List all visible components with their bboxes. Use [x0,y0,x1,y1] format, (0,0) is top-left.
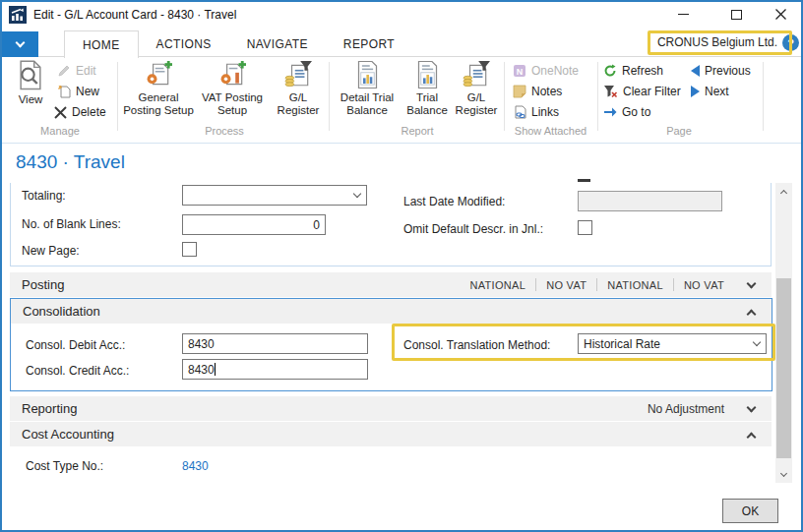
view-icon [16,60,45,91]
previous-button-label: Previous [705,64,751,78]
application-menu-button[interactable] [2,31,38,57]
onenote-button-label: OneNote [531,64,579,78]
detail-trial-balance-button[interactable]: Detail Trial Balance [333,60,402,117]
previous-icon [691,65,700,77]
ribbon-group-divider [763,62,764,131]
new-button[interactable]: New [57,82,99,101]
blank-lines-label: No. of Blank Lines: [22,217,121,231]
fasttab-consolidation-header[interactable]: Consolidation [11,299,772,324]
vertical-scrollbar[interactable] [775,183,792,483]
close-button[interactable] [766,3,795,26]
posting-summary-item: NO VAT [546,279,587,291]
button-label: Posting Setup [123,104,194,117]
trial-balance-icon [414,60,441,89]
new-page-checkbox[interactable] [182,242,197,257]
chevron-down-icon [348,194,366,197]
maximize-button[interactable] [721,3,751,26]
company-name: CRONUS Belgium Ltd. [657,35,777,49]
button-label: Setup [217,104,247,117]
clear-filter-icon [603,85,618,98]
goto-button-label: Go to [622,105,650,119]
consol-translation-method-label: Consol. Translation Method: [403,338,550,352]
last-date-modified-input [578,191,722,211]
omit-default-descr-label: Omit Default Descr. in Jnl.: [403,222,543,236]
help-button[interactable]: ? [782,34,799,51]
app-window-icon [9,6,27,24]
consol-debit-acc-label: Consol. Debit Acc.: [26,338,125,352]
minimize-icon [678,14,689,16]
group-frame [771,183,772,266]
chevron-up-icon [740,429,762,441]
consol-translation-method-combobox[interactable]: Historical Rate [578,333,767,354]
tab-actions[interactable]: ACTIONS [139,30,229,57]
general-posting-setup-button[interactable]: General Posting Setup [122,60,195,117]
next-button-label: Next [705,85,729,98]
fasttab-reporting-header[interactable]: Reporting No Adjustment [10,396,772,421]
view-button-label: View [19,93,43,106]
delete-icon [54,106,67,119]
reporting-title: Reporting [22,401,648,416]
minimize-button[interactable] [668,3,698,26]
posting-title: Posting [22,277,470,292]
totaling-combobox[interactable] [182,185,367,206]
trial-balance-button[interactable]: Trial Balance [403,60,451,117]
blank-lines-value: 0 [313,218,320,232]
button-label: Trial [416,91,438,104]
clear-filter-button[interactable]: Clear Filter [603,82,681,101]
previous-button[interactable]: Previous [691,61,751,81]
refresh-button[interactable]: Refresh [603,61,663,81]
consol-translation-method-value: Historical Rate [579,337,748,351]
omit-default-descr-checkbox[interactable] [578,220,592,235]
links-button[interactable]: Links [513,102,559,122]
onenote-icon: N [513,64,526,78]
process-group-label: Process [122,125,327,137]
ribbon-group-divider [597,62,598,131]
new-page-label: New Page: [22,244,80,258]
button-label: G/L [467,91,486,104]
group-frame [10,183,11,266]
notes-button[interactable]: Notes [513,82,562,101]
consol-debit-acc-input[interactable]: 8430 [182,333,368,354]
vat-posting-setup-button[interactable]: VAT Posting Setup [197,60,268,117]
clear-filter-button-label: Clear Filter [623,85,681,98]
consolidation-title: Consolidation [23,304,740,319]
tab-report[interactable]: REPORT [326,30,412,57]
fasttab-cost-accounting-header[interactable]: Cost Accounting [10,422,772,446]
view-button[interactable]: View [8,60,53,106]
scroll-down-button[interactable] [775,466,792,483]
detail-trial-balance-icon [354,60,381,89]
scrollbar-thumb[interactable] [776,278,791,458]
text-cursor [215,363,216,376]
gl-register-report-button[interactable]: G/L Register [451,60,502,117]
gl-register-icon [284,60,312,89]
cost-accounting-title: Cost Accounting [22,427,740,442]
tab-navigate[interactable]: NAVIGATE [229,30,326,57]
tab-home[interactable]: HOME [64,30,139,58]
fasttab-posting-header[interactable]: Posting NATIONAL NO VAT NATIONAL NO VAT [10,272,772,297]
cost-type-no-link[interactable]: 8430 [182,459,209,473]
page-title: 8430 · Travel [16,151,125,173]
page-group-label: Page [620,125,738,137]
delete-button[interactable]: Delete [54,102,106,122]
goto-button[interactable]: Go to [603,102,650,122]
posting-summary-item: NATIONAL [470,279,526,291]
chevron-up-icon [740,306,762,318]
edit-button[interactable]: Edit [57,61,96,81]
onenote-button[interactable]: N OneNote [513,61,579,81]
chevron-down-icon [780,469,787,476]
chevron-up-icon [780,189,787,196]
chevron-down-icon [740,407,762,411]
vat-posting-setup-icon [218,60,246,89]
ribbon-group-divider [117,62,118,131]
next-button[interactable]: Next [691,82,729,101]
blank-lines-input[interactable]: 0 [182,214,326,235]
scroll-up-button[interactable] [775,183,792,200]
edit-icon [57,64,71,78]
consol-credit-acc-label: Consol. Credit Acc.: [26,364,129,378]
last-date-modified-label: Last Date Modified: [403,195,505,208]
goto-icon [603,106,617,118]
posting-summary-item: NATIONAL [607,279,663,291]
ok-button[interactable]: OK [722,499,778,523]
gl-register-button[interactable]: G/L Register [270,60,327,117]
consol-credit-acc-input[interactable]: 8430 [182,359,368,380]
